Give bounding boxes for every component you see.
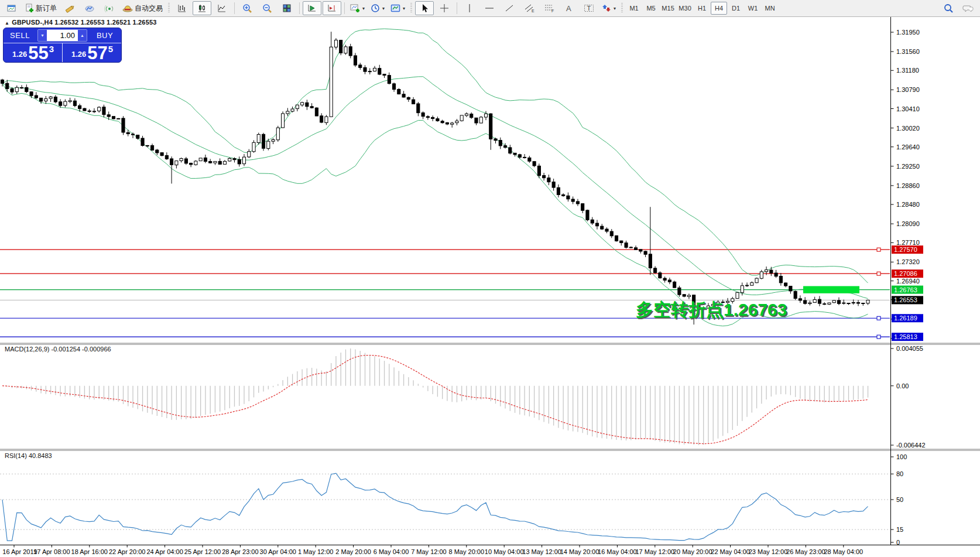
candlestick-chart-button[interactable] xyxy=(193,1,211,15)
timeframe-button-d1[interactable]: D1 xyxy=(728,2,744,15)
candle-body xyxy=(73,101,76,105)
horizontal-line-button[interactable] xyxy=(480,1,499,15)
line-handle[interactable] xyxy=(877,272,880,275)
chat-button[interactable] xyxy=(959,1,978,15)
time-tick-label[interactable]: 14 May 20:00 xyxy=(560,548,599,555)
chart-window-button[interactable] xyxy=(2,1,21,15)
candle-body xyxy=(842,303,845,303)
time-tick-label[interactable]: 17 May 12:00 xyxy=(635,548,674,555)
timeframe-button-h4[interactable]: H4 xyxy=(711,2,727,15)
market-depth-button[interactable] xyxy=(80,1,99,15)
time-tick-label[interactable]: 6 May 04:00 xyxy=(374,548,409,555)
time-tick-label[interactable]: 17 Apr 08:00 xyxy=(33,548,70,555)
collapse-icon[interactable]: ▲ xyxy=(5,20,9,26)
line-handle[interactable] xyxy=(877,248,880,251)
search-button[interactable] xyxy=(939,1,958,15)
candle-body xyxy=(571,199,574,201)
fibonacci-button[interactable]: F xyxy=(540,1,558,15)
buy-button[interactable]: 1.26 57 5 xyxy=(63,43,121,62)
volume-input[interactable]: 1.00 xyxy=(47,30,78,41)
candle-body xyxy=(78,105,81,108)
highlight-rectangle[interactable] xyxy=(803,286,859,293)
candle-body xyxy=(54,97,57,102)
text-label-button[interactable]: T xyxy=(580,1,598,15)
volume-increase-button[interactable]: ▲ xyxy=(78,30,87,41)
candle-body xyxy=(503,146,506,148)
chart-area[interactable]: 1.319501.315601.311801.307901.304101.300… xyxy=(0,17,980,557)
time-tick-label[interactable]: 30 Apr 04:00 xyxy=(260,548,296,555)
candle-body xyxy=(518,155,521,158)
candle-body xyxy=(402,94,405,97)
arrows-button[interactable]: ▾ xyxy=(599,1,618,15)
level-price-label: 1.27086 xyxy=(894,270,917,277)
candle-body xyxy=(383,74,386,76)
rsi-axis-label: 15 xyxy=(896,526,903,533)
crosshair-button[interactable] xyxy=(435,1,454,15)
price-tick-label: 1.28480 xyxy=(896,201,920,208)
line-chart-button[interactable] xyxy=(213,1,231,15)
crosshair-style-button[interactable] xyxy=(60,1,79,15)
clock-icon xyxy=(371,4,380,13)
candle-body xyxy=(407,97,410,99)
time-tick-label[interactable]: 10 May 04:00 xyxy=(485,548,524,555)
time-tick-label[interactable]: 16 Apr 2019 xyxy=(2,548,37,555)
timeframe-button-m1[interactable]: M1 xyxy=(626,2,642,15)
timeframe-button-m5[interactable]: M5 xyxy=(643,2,659,15)
time-tick-label[interactable]: 7 May 12:00 xyxy=(411,548,447,555)
zoom-in-button[interactable] xyxy=(238,1,256,15)
rsi-axis-label: 100 xyxy=(896,453,907,460)
volume-decrease-button[interactable]: ▼ xyxy=(38,30,47,41)
text-button[interactable]: A xyxy=(560,1,578,15)
chat-bubbles-icon xyxy=(962,4,974,13)
time-tick-label[interactable]: 18 Apr 16:00 xyxy=(71,548,108,555)
line-handle[interactable] xyxy=(877,316,880,320)
timeframe-button-w1[interactable]: W1 xyxy=(745,2,761,15)
time-tick-label[interactable]: 20 May 20:00 xyxy=(673,548,712,555)
macd-axis-label: -0.006442 xyxy=(896,442,926,449)
time-tick-label[interactable]: 1 May 12:00 xyxy=(298,548,334,555)
timeframe-button-m30[interactable]: M30 xyxy=(677,2,693,15)
candle-body xyxy=(107,115,110,117)
autotrade-button[interactable]: 自动交易 xyxy=(120,1,165,15)
time-tick-label[interactable]: 22 May 04:00 xyxy=(711,548,750,555)
time-tick-label[interactable]: 28 May 04:00 xyxy=(824,548,863,555)
trendline-button[interactable] xyxy=(500,1,519,15)
time-tick-label[interactable]: 26 May 23:00 xyxy=(786,548,825,555)
candle-body xyxy=(112,117,115,119)
candle-body xyxy=(156,150,159,153)
time-tick-label[interactable]: 25 Apr 12:00 xyxy=(184,548,221,555)
tile-windows-button[interactable] xyxy=(277,1,296,15)
zoom-out-button[interactable] xyxy=(258,1,276,15)
line-handle[interactable] xyxy=(877,335,880,339)
candle-body xyxy=(683,295,686,296)
candle-body xyxy=(422,113,424,117)
time-tick-label[interactable]: 24 Apr 04:00 xyxy=(146,548,183,555)
timeframe-button-m15[interactable]: M15 xyxy=(660,2,676,15)
indicators-button[interactable]: ▾ xyxy=(348,1,367,15)
auto-scroll-button[interactable] xyxy=(303,1,321,15)
chart-canvas[interactable]: 1.319501.315601.311801.307901.304101.300… xyxy=(0,17,980,557)
cursor-button[interactable] xyxy=(415,1,434,15)
time-tick-label[interactable]: 13 May 12:00 xyxy=(522,548,561,555)
time-tick-label[interactable]: 8 May 20:00 xyxy=(449,548,485,555)
time-tick-label[interactable]: 16 May 04:00 xyxy=(598,548,637,555)
new-order-button[interactable]: 新订单 xyxy=(22,1,59,15)
sell-button[interactable]: 1.26 55 3 xyxy=(4,43,63,62)
time-tick-label[interactable]: 22 Apr 20:00 xyxy=(109,548,145,555)
templates-button[interactable]: ▾ xyxy=(388,1,407,15)
time-tick-label[interactable]: 28 Apr 23:00 xyxy=(222,548,258,555)
candle-body xyxy=(533,162,536,166)
periods-button[interactable]: ▾ xyxy=(368,1,387,15)
price-tick-label: 1.31180 xyxy=(896,67,919,74)
timeframe-button-mn[interactable]: MN xyxy=(762,2,778,15)
bar-chart-button[interactable] xyxy=(173,1,191,15)
timeframe-button-h1[interactable]: H1 xyxy=(694,2,710,15)
candle-body xyxy=(484,114,487,117)
signals-button[interactable] xyxy=(100,1,119,15)
time-tick-label[interactable]: 23 May 12:00 xyxy=(749,548,788,555)
vertical-line-button[interactable] xyxy=(460,1,479,15)
channel-button[interactable]: E xyxy=(520,1,539,15)
time-tick-label[interactable]: 2 May 20:00 xyxy=(335,548,371,555)
candle-body xyxy=(194,161,197,165)
chart-shift-button[interactable] xyxy=(323,1,341,15)
